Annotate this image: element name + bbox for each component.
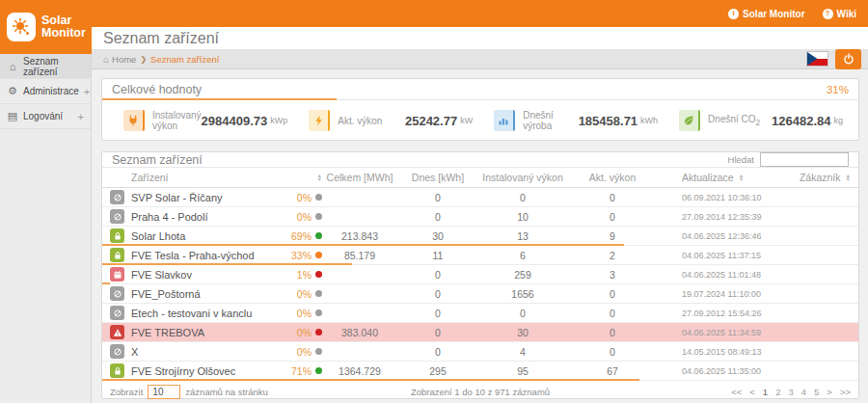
table-row[interactable]: FVE Tesla - Praha-východ33%85.179116204.… bbox=[102, 246, 858, 265]
pagination-nav[interactable]: << bbox=[731, 387, 742, 397]
stat-unit: kg bbox=[833, 116, 843, 125]
device-name[interactable]: SVP Solar - Říčany bbox=[131, 192, 272, 203]
dnes-cell: 30 bbox=[397, 230, 478, 242]
status-dot bbox=[315, 290, 322, 297]
topbar-link-label: Wiki bbox=[837, 9, 856, 19]
topbar-link-wiki[interactable]: ? Wiki bbox=[823, 9, 856, 19]
instalovany-cell: 4 bbox=[478, 346, 567, 358]
aktualizace-cell: 19.07.2024 11:10:00 bbox=[658, 289, 789, 299]
pagination-nav[interactable]: >> bbox=[840, 387, 851, 397]
status-dot bbox=[315, 329, 322, 336]
sidebar-item-logovani[interactable]: ▤ Logování + bbox=[0, 104, 91, 129]
akt-vykon-cell: 0 bbox=[567, 192, 658, 203]
table-row[interactable]: X0%04014.05.2015 08:49:13 bbox=[102, 342, 858, 362]
pagination-nav[interactable]: > bbox=[827, 387, 832, 397]
pagination-page-1[interactable]: 1 bbox=[763, 387, 768, 397]
home-icon: ⌂ bbox=[7, 61, 18, 72]
table-row[interactable]: Etech - testovani v kanclu0%00027.09.201… bbox=[102, 304, 858, 323]
stat-value: 126482.84 bbox=[772, 114, 830, 128]
device-name[interactable]: FVE Tesla - Praha-východ bbox=[131, 250, 272, 261]
stat-label: Dnešní výroba bbox=[523, 110, 578, 131]
table-row[interactable]: FVE_Poštorná0%01656019.07.2024 11:10:00 bbox=[102, 284, 858, 304]
table-row[interactable]: FVE TREBOVA0%383.040030004.06.2025 11:34… bbox=[102, 323, 858, 342]
sort-icon[interactable]: ▲▼ bbox=[846, 174, 851, 182]
offline-icon bbox=[110, 209, 124, 224]
row-progress-bar bbox=[102, 244, 624, 246]
column-header-instalovany[interactable]: Instalovaný výkon bbox=[478, 172, 567, 183]
akt-vykon-cell: 2 bbox=[567, 250, 658, 261]
pagination-page-3[interactable]: 3 bbox=[788, 387, 793, 397]
totals-panel-header: Celkové hodnoty 31% bbox=[102, 79, 858, 100]
column-header-celkem[interactable]: Celkem [MWh] bbox=[322, 172, 397, 183]
akt-vykon-cell: 0 bbox=[567, 327, 658, 338]
expand-plus-icon[interactable]: + bbox=[84, 86, 90, 97]
table-row[interactable]: FVE Slavkov1%0259304.06.2025 11:01:48 bbox=[102, 265, 858, 284]
page-size-input[interactable] bbox=[148, 385, 180, 399]
device-name[interactable]: X bbox=[131, 346, 272, 358]
sidebar-item-administrace[interactable]: ⚙ Administrace + bbox=[0, 79, 91, 104]
device-percent: 0% bbox=[272, 346, 322, 358]
device-rows: SVP Solar - Říčany0%00006.09.2021 10:36:… bbox=[102, 188, 858, 381]
column-header-akt-vykon[interactable]: Akt. výkon bbox=[567, 172, 658, 183]
device-percent: 0% bbox=[272, 211, 322, 223]
search-input[interactable] bbox=[760, 152, 849, 167]
device-name[interactable]: FVE_Poštorná bbox=[131, 288, 272, 300]
topbar-link-solar-monitor[interactable]: i Solar Monitor bbox=[728, 9, 804, 19]
aktualizace-cell: 27.09.2012 15:54:26 bbox=[658, 309, 789, 318]
instalovany-cell: 0 bbox=[478, 192, 567, 203]
device-name[interactable]: Solar Lhota bbox=[131, 230, 272, 242]
expand-plus-icon[interactable]: + bbox=[78, 111, 84, 122]
sort-icon[interactable]: ▲▼ bbox=[739, 174, 744, 182]
table-row[interactable]: SVP Solar - Říčany0%00006.09.2021 10:36:… bbox=[102, 188, 858, 207]
breadcrumb-home[interactable]: Home bbox=[112, 54, 136, 65]
aktualizace-cell: 04.06.2025 11:35:00 bbox=[658, 366, 789, 376]
pagination-nav[interactable]: < bbox=[749, 387, 755, 397]
column-header-zakaznik[interactable]: Zákazník▲▼ bbox=[789, 172, 851, 183]
table-row[interactable]: Praha 4 - Podolí0%010027.09.2014 12:35:3… bbox=[102, 207, 858, 227]
totals-panel: Celkové hodnoty 31% Instalovaný výkon bbox=[101, 78, 859, 141]
status-dot bbox=[315, 367, 322, 374]
device-name[interactable]: FVE Slavkov bbox=[131, 269, 272, 281]
table-row[interactable]: Solar Lhota69%213.8433013904.06.2025 12:… bbox=[102, 227, 858, 246]
pagination-page-2[interactable]: 2 bbox=[775, 387, 780, 397]
celkem-cell: 383.040 bbox=[322, 327, 397, 338]
device-name[interactable]: FVE TREBOVA bbox=[131, 327, 272, 338]
stat-label: Dnešní CO2 bbox=[708, 114, 760, 127]
device-status-cell bbox=[110, 344, 131, 359]
aktualizace-cell: 04.06.2025 12:36:46 bbox=[658, 231, 789, 241]
column-header-percent[interactable]: ▲▼ bbox=[272, 174, 322, 182]
aktualizace-cell: 04.06.2025 11:34:59 bbox=[658, 328, 789, 337]
aktualizace-cell: 27.09.2014 12:35:39 bbox=[658, 212, 789, 222]
column-header-dnes[interactable]: Dnes [kWh] bbox=[397, 172, 478, 183]
column-header-zarizeni[interactable]: Zařízení bbox=[131, 172, 272, 183]
pagination-page-5[interactable]: 5 bbox=[814, 387, 819, 397]
pagination: <<<12345>>> bbox=[604, 387, 851, 397]
logout-power-button[interactable] bbox=[835, 49, 861, 69]
sidebar-item-seznam-zarizeni[interactable]: ⌂ Seznam zařízení bbox=[0, 54, 91, 79]
akt-vykon-cell: 0 bbox=[567, 211, 658, 223]
title-bar: Seznam zařízení bbox=[92, 27, 868, 49]
totals-title: Celkové hodnoty bbox=[112, 83, 202, 96]
stat-value: 25242.77 bbox=[405, 114, 457, 128]
device-name[interactable]: FVE Strojírny Olšovec bbox=[131, 365, 272, 377]
column-header-aktualizace[interactable]: Aktualizace▲▼ bbox=[658, 172, 789, 183]
device-name[interactable]: Praha 4 - Podolí bbox=[131, 211, 272, 223]
percent-value: 0% bbox=[297, 288, 312, 300]
table-row[interactable]: FVE Strojírny Olšovec71%1364.72929595670… bbox=[102, 362, 858, 381]
percent-value: 0% bbox=[297, 327, 312, 338]
logo[interactable]: SolarMonitor bbox=[0, 0, 92, 54]
status-dot bbox=[315, 309, 322, 316]
stat-unit: kW bbox=[460, 116, 473, 125]
pagination-page-4[interactable]: 4 bbox=[801, 387, 806, 397]
topbar-link-label: Solar Monitor bbox=[743, 9, 804, 19]
celkem-cell: 213.843 bbox=[322, 230, 397, 242]
instalovany-cell: 30 bbox=[478, 327, 567, 338]
page-title: Seznam zařízení bbox=[103, 30, 219, 47]
device-percent: 0% bbox=[272, 327, 322, 338]
percent-value: 1% bbox=[297, 269, 312, 281]
aktualizace-cell: 04.06.2025 11:01:48 bbox=[658, 270, 789, 280]
totals-progress-bar bbox=[102, 98, 337, 100]
sidebar: ⌂ Seznam zařízení ⚙ Administrace + ▤ Log… bbox=[0, 54, 92, 403]
czech-flag-icon[interactable] bbox=[807, 52, 827, 66]
device-name[interactable]: Etech - testovani v kanclu bbox=[131, 308, 272, 319]
